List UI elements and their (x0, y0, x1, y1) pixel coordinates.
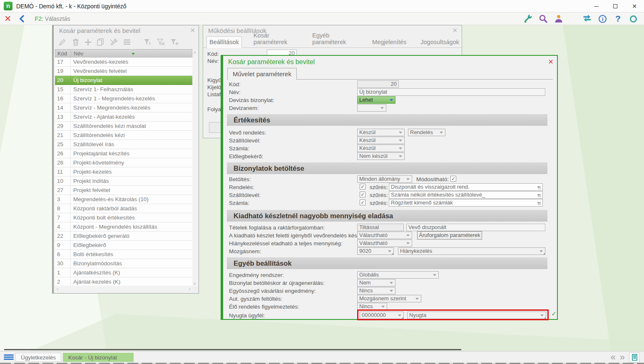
table-row[interactable]: 27Projekt felvétel (55, 186, 192, 195)
mozgasnem-kod-combo[interactable]: 9020 (357, 247, 394, 255)
engedmeny-combo[interactable]: Globális (357, 271, 439, 279)
settings-close-icon[interactable]: ✕ (452, 27, 458, 34)
document-list-button[interactable] (629, 352, 640, 362)
table-row[interactable]: 10Projekt indítás (55, 177, 192, 186)
devizanem-combo[interactable] (357, 104, 386, 112)
devizas-combo[interactable]: Lehet (357, 96, 395, 104)
table-row[interactable]: 9Előlegbekérő (55, 241, 192, 250)
igeny-combo[interactable]: Választható (357, 232, 412, 239)
elolegbekero-combo[interactable]: Nem készül (357, 152, 405, 160)
szamla-combo[interactable]: Készül (357, 145, 405, 152)
settings-tab-beállítások[interactable]: Beállítások (206, 36, 242, 48)
filter-add-icon[interactable] (170, 38, 179, 46)
back-chevron-icon[interactable] (18, 15, 26, 22)
table-header[interactable]: Kód Név (55, 49, 192, 57)
menu-lines-icon[interactable] (123, 39, 131, 45)
table-row[interactable]: 1Ajánlatkészítés (K) (55, 268, 192, 277)
page-prev-icon[interactable]: « (611, 353, 616, 362)
vevo-rendeles-tipus-combo[interactable]: Rendelés (408, 129, 445, 136)
transfer-arrows-icon[interactable] (582, 14, 592, 24)
horizontal-scrollbar[interactable]: ‹ › (55, 286, 192, 292)
settings-tab-jogosultságok[interactable]: Jogosultságok (418, 37, 462, 47)
tab-muvelet-parameterek[interactable]: Művelet paraméterek (227, 68, 297, 80)
scroll-right-icon[interactable]: › (189, 286, 191, 292)
settings-tab-kosár paraméterek[interactable]: Kosár paraméterek (251, 30, 301, 47)
table-row[interactable]: 4Központ - Megrendelés kiszállítás (55, 222, 192, 232)
settings-tab-megjelenítés[interactable]: Megjelenítés (370, 37, 409, 47)
table-row[interactable]: 17Vevőrendelés-kezelés (55, 57, 192, 67)
vevo-rendeles-combo[interactable]: Készül (357, 129, 405, 136)
table-row[interactable]: 25Szállítólevél írás (55, 140, 192, 149)
mozgasnem-nev-combo[interactable]: Hiánykezelés (398, 247, 545, 255)
statusbar-tab[interactable]: Kosár - Új bizonylat (63, 353, 134, 362)
table-row[interactable]: 6Bolti értékesítés (55, 250, 192, 259)
table-row[interactable]: 22Előlegbekérő generáló (55, 232, 192, 241)
help-icon[interactable]: ? (613, 14, 623, 24)
nev-field[interactable]: Új bizonylat (357, 88, 545, 96)
filter-menu-icon[interactable] (538, 185, 541, 190)
aruforgalom-parameterek-button[interactable]: Áruforgalom paraméterek (417, 231, 482, 239)
filter-clear-icon[interactable] (157, 38, 165, 46)
gyszam-combo[interactable]: Mozgásnem szerint (357, 295, 421, 302)
table-row[interactable]: 16Szervíz 1 - Megrendelés-kezelés (55, 94, 192, 103)
filter-menu-icon[interactable] (538, 193, 541, 198)
table-row[interactable]: 26Projektajánlat készítés (55, 149, 192, 158)
minimize-button[interactable] (587, 0, 606, 12)
table-row[interactable]: 21Szállítórendelés kézi (55, 131, 192, 140)
delete-trash-icon[interactable] (72, 38, 79, 46)
table-row[interactable]: 20Új bizonylat (55, 76, 192, 85)
scroll-down-icon[interactable]: ∨ (193, 281, 196, 286)
table-row[interactable]: 2Ajánlat-kezelés (K) (55, 277, 192, 287)
szallitolevel-szures-combo[interactable]: Számla nélküli értékesítés szállítólevé_ (389, 191, 543, 199)
modosithato-checkbox[interactable]: ✓ (450, 176, 456, 182)
table-row[interactable]: 8Központi raktárból átadás (55, 204, 192, 213)
table-row[interactable]: 29Szállítórendelés kézi másolat (55, 122, 192, 131)
tools-wrench-icon[interactable] (523, 14, 532, 24)
dialog-close-icon[interactable]: ✕ (548, 58, 554, 66)
ar-ujrageneralas-combo[interactable]: Nem (357, 279, 395, 287)
egyosszegu-combo[interactable]: Nincs (357, 287, 395, 294)
table-row[interactable]: 3Megrendelés-és Kitárolás (10) (55, 195, 192, 204)
column-code[interactable]: Kód (55, 50, 71, 57)
scroll-up-icon[interactable]: ∧ (193, 50, 196, 55)
panel-close-icon[interactable]: ✕ (190, 27, 195, 34)
table-row[interactable]: 7Központi bolt értékesítés (55, 213, 192, 222)
hianykezeles-combo[interactable]: Választható (357, 239, 412, 247)
szallitolevel-combo[interactable]: Készül (357, 137, 405, 144)
close-button[interactable]: ✕ (625, 0, 644, 12)
betoltes-combo[interactable]: Minden állomány (357, 175, 412, 183)
rendeles-checkbox[interactable]: ✓ (360, 184, 366, 189)
szamla-szures-combo[interactable]: Rögzített kimenő számlák (389, 199, 543, 207)
filter-icon[interactable] (144, 38, 152, 46)
app-grid-icon[interactable] (569, 15, 577, 22)
confirm-check-icon[interactable]: ✓ (551, 310, 557, 318)
service-tools-icon[interactable] (109, 38, 118, 46)
menu-hamburger-icon[interactable] (4, 354, 14, 361)
table-row[interactable]: 19Vevőrendelés felvétel (55, 67, 192, 76)
table-row[interactable]: 15Szervíz 1- Felhasználás (55, 85, 192, 94)
splitter-handle[interactable] (4, 349, 461, 350)
add-plus-icon[interactable] (85, 39, 92, 46)
settings-tab-egyéb paraméterek[interactable]: Egyéb paraméterek (310, 30, 361, 47)
table-row[interactable]: 30Bizonylatmódosítás (55, 259, 192, 268)
statusbar-tab[interactable]: Ügyletkezelés (15, 353, 61, 362)
table-row[interactable]: 11Projekt-kezelés (55, 167, 192, 177)
status-circle-icon[interactable] (629, 14, 638, 24)
user-icon[interactable] (554, 14, 563, 24)
edit-pencil-icon[interactable] (59, 38, 67, 46)
info-icon[interactable]: i (598, 14, 607, 24)
search-icon[interactable] (538, 14, 548, 24)
filter-menu-icon[interactable] (538, 201, 541, 206)
table-row[interactable]: 28Projekt-követelmény (55, 158, 192, 167)
close-red-icon[interactable]: ✕ (4, 14, 12, 23)
rendeles-szures-combo[interactable]: Diszponált és visszaigazolt rend. (389, 183, 543, 191)
maximize-button[interactable] (606, 0, 625, 12)
vertical-scrollbar[interactable]: ∧ ∨ (192, 49, 198, 287)
szallitolevel-checkbox[interactable]: ✓ (360, 192, 366, 197)
table-row[interactable]: 13Szervíz - Ajánlat-kezelés (55, 112, 192, 122)
szamla-checkbox[interactable]: ✓ (360, 199, 366, 205)
copy-document-icon[interactable] (97, 38, 104, 46)
scroll-left-icon[interactable]: ‹ (57, 286, 58, 292)
page-next-icon[interactable]: » (620, 353, 625, 362)
table-row[interactable]: 14Szervíz - Megrendelés-kezelés (55, 103, 192, 112)
